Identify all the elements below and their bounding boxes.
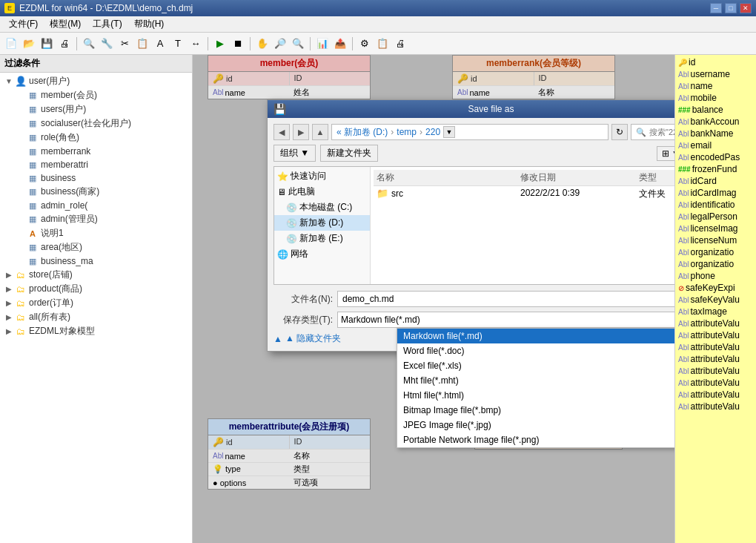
file-tree-item-pc[interactable]: 🖥 此电脑 [274, 184, 370, 200]
savetype-select[interactable]: Markdown file(*.md) ▼ [337, 312, 674, 328]
toolbar-print[interactable]: 🖨 [392, 36, 408, 52]
tree-label-memberattri: memberattri [41, 159, 88, 170]
tree-item-socialuser[interactable]: ▦ socialuser(社会化用户) [0, 116, 192, 131]
path-part-2[interactable]: 220 [425, 127, 440, 137]
sep2 [208, 37, 208, 50]
savetype-option-xls[interactable]: Excel file(*.xls) [397, 358, 674, 373]
savetype-option-mht[interactable]: Mht file(*.mht) [397, 373, 674, 388]
path-part-1[interactable]: temp [397, 127, 417, 137]
toolbar-new[interactable]: 📄 [3, 36, 19, 52]
tree-item-users[interactable]: ▦ users(用户) [0, 102, 192, 116]
tree-label-member: member(会员) [41, 89, 97, 102]
toolbar-btn11[interactable]: ↔ [188, 36, 204, 52]
tree-item-business-ma[interactable]: ▦ business_ma [0, 254, 192, 268]
col-header-type: 类型 [639, 171, 674, 184]
field-label-attr4: attributeValu [690, 354, 740, 364]
savetype-option-jpg[interactable]: JPEG Image file(*.jpg) [397, 418, 674, 432]
tree-item-role[interactable]: ▦ role(角色) [0, 131, 192, 145]
toolbar-open[interactable]: 📂 [21, 36, 37, 52]
tree-item-businessattri[interactable]: ▦ business [0, 171, 192, 185]
file-tree-item-e[interactable]: 💿 新加卷 (E:) [274, 231, 370, 246]
tree-label-business-ma: business_ma [41, 256, 93, 266]
tree-item-admin-role[interactable]: ▦ admin_role( [0, 199, 192, 212]
toolbar-btn14[interactable]: ✋ [254, 36, 271, 52]
tree-item-product[interactable]: ▶ 🗂 product(商品) [0, 282, 192, 296]
menu-help[interactable]: 帮助(H) [128, 16, 170, 32]
file-tree-item-d[interactable]: 💿 新加卷 (D:) [274, 215, 370, 231]
tree-label-business: business(商家) [41, 185, 99, 198]
path-dropdown-button[interactable]: ▼ [443, 126, 455, 138]
expand-icon-ezdml: ▶ [3, 327, 15, 335]
nav-forward-button[interactable]: ▶ [293, 124, 309, 140]
disk-e-icon: 💿 [286, 234, 297, 244]
tree-item-ezdml[interactable]: ▶ 🗂 EZDML对象模型 [0, 324, 192, 338]
toolbar-btn20[interactable]: 📋 [374, 36, 391, 52]
tree-item-order[interactable]: ▶ 🗂 order(订单) [0, 296, 192, 310]
view-button[interactable]: ⊞ ▼ [657, 146, 674, 161]
savetype-option-doc[interactable]: Word file(*.doc) [397, 343, 674, 358]
file-tree-item-network[interactable]: 🌐 网络 [274, 246, 370, 262]
savetype-option-png[interactable]: Portable Network Image file(*.png) [397, 432, 674, 447]
table-icon-socialuser: ▦ [27, 118, 39, 130]
savetype-option-md[interactable]: Markdown file(*.md) [397, 329, 674, 343]
toolbar-btn13[interactable]: ⏹ [230, 36, 246, 52]
organize-button[interactable]: 组织 ▼ [273, 145, 316, 162]
table-icon-area: ▦ [27, 242, 39, 254]
toolbar-btn17[interactable]: 📊 [314, 36, 331, 52]
tree-item-memberrank[interactable]: ▦ memberrank [0, 145, 192, 158]
tree-item-store[interactable]: ▶ 🗂 store(店铺) [0, 268, 192, 282]
toolbar-btn19[interactable]: ⚙ [357, 36, 373, 52]
file-list-row-src[interactable]: 📁src 2022/2/21 0:39 文件夹 [374, 186, 674, 202]
toolbar-btn8[interactable]: 📋 [134, 36, 150, 52]
savetype-option-bmp[interactable]: Bitmap Image file(*.bmp) [397, 403, 674, 418]
tree-item-admin[interactable]: ▦ admin(管理员) [0, 212, 192, 226]
close-button[interactable]: ✕ [740, 3, 752, 13]
maximize-button[interactable]: □ [725, 3, 737, 13]
field-icon-bankaccount: Abl [678, 118, 689, 126]
toolbar-search[interactable]: 🔍 [81, 36, 97, 52]
tree-item-business[interactable]: ▦ business(商家) [0, 185, 192, 199]
toolbar-btn6[interactable]: 🔧 [99, 36, 115, 52]
field-label-idcardimage: idCardImag [690, 188, 736, 198]
nav-refresh-button[interactable]: ↻ [611, 124, 628, 140]
path-part-0[interactable]: « 新加卷 (D:) [336, 126, 388, 139]
tree-item-area[interactable]: ▦ area(地区) [0, 240, 192, 254]
toolbar-save[interactable]: 💾 [39, 36, 55, 52]
tree-item-member[interactable]: ▦ member(会员) [0, 88, 192, 102]
toolbar-run[interactable]: ▶ [212, 36, 228, 52]
nav-up-button[interactable]: ▲ [312, 124, 328, 140]
tree-item-user[interactable]: ▼ 👤 user(用户) [0, 74, 192, 88]
field-label-mobile: mobile [690, 93, 716, 103]
file-tree-item-c[interactable]: 💿 本地磁盘 (C:) [274, 200, 370, 215]
toolbar-zoom-out[interactable]: 🔍 [290, 36, 306, 52]
table-icon-business-ma: ▦ [27, 255, 39, 267]
tree-item-all[interactable]: ▶ 🗂 all(所有表) [0, 310, 192, 324]
toolbar-btn18[interactable]: 📤 [332, 36, 348, 52]
file-tree-item-quick[interactable]: ⭐ 快速访问 [274, 168, 370, 184]
field-licensenum: Abl licenseNum [678, 234, 753, 246]
field-label-safekey: safeKeyValu [690, 294, 740, 305]
toolbar-btn4[interactable]: 🖨 [56, 36, 73, 52]
minimize-button[interactable]: ─ [710, 3, 722, 13]
savetype-option-html[interactable]: Html file(*.html) [397, 388, 674, 403]
field-identification: Abl identificatio [678, 199, 753, 211]
app-title: EZDML for win64 - D:\EZDML\demo_ch.dmj [19, 3, 710, 13]
toolbar-btn9[interactable]: A [152, 36, 168, 52]
disk-d-label: 新加卷 (D:) [299, 217, 343, 229]
toolbar-btn7[interactable]: ✂ [116, 36, 133, 52]
new-folder-button[interactable]: 新建文件夹 [320, 145, 378, 162]
menu-file[interactable]: 文件(F) [3, 16, 44, 32]
filename-input[interactable] [337, 291, 674, 307]
field-icon-attr5: Abl [678, 367, 689, 375]
search-input[interactable] [649, 128, 674, 136]
tree-item-memberattri[interactable]: ▦ memberattri [0, 158, 192, 171]
toolbar-btn10[interactable]: T [170, 36, 186, 52]
field-icon-id: 🔑 [678, 59, 687, 67]
menu-model[interactable]: 模型(M) [44, 16, 87, 32]
nav-back-button[interactable]: ◀ [273, 124, 290, 140]
field-licenseimage: Abl licenseImag [678, 223, 753, 234]
toolbar-zoom-in[interactable]: 🔎 [272, 36, 288, 52]
tree-item-note1[interactable]: A 说明1 [0, 226, 192, 240]
field-icon-identification: Abl [678, 201, 689, 209]
menu-tools[interactable]: 工具(T) [87, 16, 127, 32]
